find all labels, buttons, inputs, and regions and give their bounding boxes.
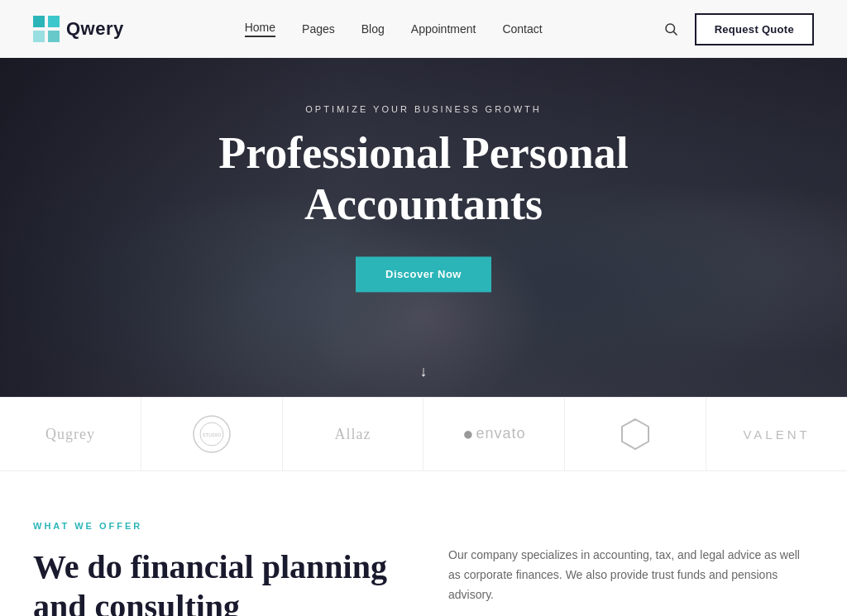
brand-qugrey: Qugrey	[45, 426, 95, 443]
discover-now-button[interactable]: Discover Now	[356, 257, 491, 293]
site-header: Qwery Home Pages Blog Appointment Contac…	[0, 0, 847, 58]
logo-valent: VALENT	[706, 398, 847, 470]
logo-qugrey: Qugrey	[0, 398, 141, 470]
section-title-line1: We do financial planning	[33, 548, 387, 585]
request-quote-button[interactable]: Request Quote	[695, 13, 814, 45]
logo-hexagon	[565, 398, 706, 470]
logo-studio: STUDIO	[141, 398, 283, 470]
nav-item-home[interactable]: Home	[245, 21, 275, 37]
hero-title: Professional Personal Accountants	[175, 127, 672, 230]
svg-line-1	[673, 31, 677, 35]
section-title: We do financial planning and consulting	[33, 547, 399, 616]
logos-strip: Qugrey STUDIO Allaz ●envato VALENT	[0, 397, 847, 471]
section-title-line2: and consulting	[33, 588, 240, 616]
search-icon	[663, 21, 678, 36]
what-we-offer-section: WHAT WE OFFER We do financial planning a…	[0, 471, 847, 616]
hero-title-line2: Accountants	[304, 180, 543, 230]
nav-item-blog[interactable]: Blog	[361, 22, 385, 36]
hero-title-line1: Professional Personal	[218, 128, 628, 178]
svg-text:STUDIO: STUDIO	[202, 432, 221, 437]
brand-envato: ●envato	[462, 423, 525, 445]
what-we-offer-right: Our company specializes in accounting, t…	[448, 521, 814, 616]
brand-allaz: Allaz	[335, 426, 371, 443]
logo-allaz: Allaz	[283, 398, 424, 470]
what-we-offer-left: WHAT WE OFFER We do financial planning a…	[33, 521, 399, 616]
search-button[interactable]	[663, 21, 678, 36]
main-nav: Home Pages Blog Appointment Contact	[245, 21, 543, 37]
envato-dot-icon: ●	[462, 423, 474, 444]
svg-marker-5	[622, 419, 648, 449]
section-description: Our company specializes in accounting, t…	[448, 546, 814, 604]
section-tag: WHAT WE OFFER	[33, 521, 399, 531]
nav-item-appointment[interactable]: Appointment	[411, 22, 476, 36]
logo-text: Qwery	[66, 18, 124, 40]
hero-eyebrow: OPTIMIZE YOUR BUSINESS GROWTH	[175, 104, 672, 114]
brand-studio-icon: STUDIO	[191, 413, 232, 455]
logo-icon	[33, 16, 60, 42]
nav-right: Request Quote	[663, 13, 814, 45]
nav-item-contact[interactable]: Contact	[502, 22, 542, 36]
logo-envato: ●envato	[424, 398, 565, 470]
logo-link[interactable]: Qwery	[33, 16, 124, 42]
hero-section: OPTIMIZE YOUR BUSINESS GROWTH Profession…	[0, 0, 847, 397]
brand-hexagon-icon	[617, 416, 653, 452]
hero-content: OPTIMIZE YOUR BUSINESS GROWTH Profession…	[175, 104, 672, 292]
scroll-indicator: ↓	[420, 363, 428, 380]
nav-item-pages[interactable]: Pages	[302, 22, 335, 36]
svg-point-0	[666, 24, 675, 33]
brand-valent: VALENT	[743, 427, 810, 442]
